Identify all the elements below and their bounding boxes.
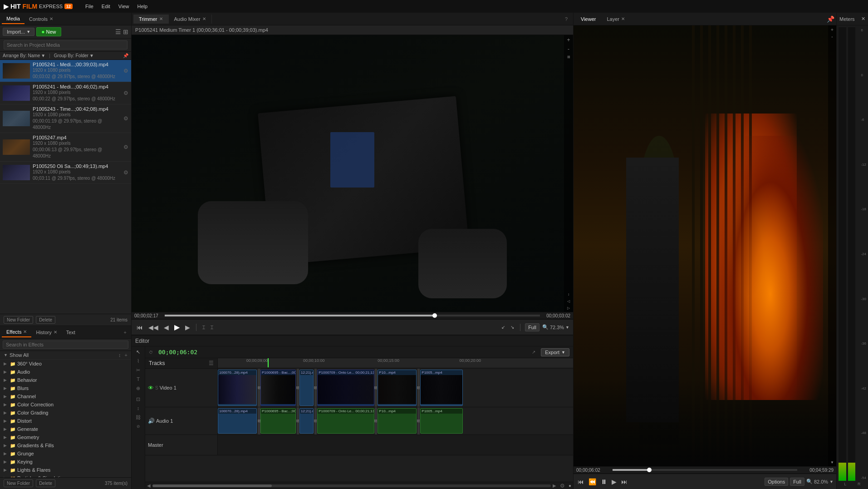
video-clip-2[interactable]: P1000695 - Bac...;00 (260, 370, 296, 406)
tab-layer-close[interactable]: ✕ (621, 16, 625, 21)
tab-effects-close[interactable]: ✕ (23, 329, 27, 334)
group-by-button[interactable]: Group By: Folder ▼ (54, 53, 94, 58)
video-clip-4[interactable]: P1000709 - Onto Le... 00;00;21;13).mp4 (317, 370, 374, 406)
audio-clip-6[interactable]: P1005...mp4 (420, 408, 463, 434)
timeline-scrollbar[interactable]: ◀ ▶ ⚙ ● (145, 482, 573, 489)
add-track-icon[interactable]: ↕ (134, 405, 143, 412)
snap-icon[interactable]: ⊡ (134, 395, 143, 403)
viewer-go-start-button[interactable]: ⏮ (576, 478, 585, 485)
trim-out-icon[interactable]: ▷ (567, 306, 570, 310)
new-button[interactable]: ● New (36, 27, 61, 36)
audio-clip-5[interactable]: P10...mp4 (378, 408, 417, 434)
delete-button[interactable]: Delete (36, 316, 55, 324)
effect-category-color-correction[interactable]: ▶ 📁 Color Correction (0, 400, 131, 409)
audio-clip-4[interactable]: P1000709 - Onto Le... 00;00;21;13).mp4 (317, 408, 374, 434)
import-button[interactable]: Import... ▼ (3, 28, 34, 36)
tracks-menu-icon[interactable]: ☰ (209, 360, 214, 366)
viewer-go-end-button[interactable]: ⏭ (620, 478, 629, 485)
tab-history-close[interactable]: ✕ (54, 330, 57, 335)
effect-category-behavior[interactable]: ▶ 📁 Behavior (0, 376, 131, 384)
timeline-scroll-bar[interactable] (152, 484, 551, 487)
media-item-settings-icon[interactable]: ⚙ (123, 90, 128, 96)
menu-edit[interactable]: Edit (98, 3, 114, 10)
video-clip-5[interactable]: P10...mp4 (378, 370, 417, 406)
media-item-settings-icon[interactable]: ⚙ (123, 115, 128, 122)
zoom-display[interactable]: 🔍 72.3% ▼ (542, 324, 569, 330)
step-forward-button[interactable]: ▶ (184, 324, 191, 331)
viewer-timeline-bar[interactable] (613, 469, 797, 471)
select-tool-icon[interactable]: ↖ (134, 348, 143, 356)
insert-button[interactable]: ↙ (500, 325, 506, 330)
effect-category-360video[interactable]: ▶ 📁 360° Video (0, 360, 131, 368)
arrange-by-button[interactable]: Arrange By: Name ▼ (3, 53, 45, 58)
tab-audio-mixer[interactable]: Audio Mixer ✕ (169, 15, 212, 24)
timeline-bar[interactable] (165, 315, 540, 316)
trim-in-icon[interactable]: ◁ (567, 299, 570, 303)
list-view-icon[interactable]: ☰ (115, 28, 121, 35)
video-clip-1[interactable]: 100070...28).mp4 (218, 370, 257, 406)
media-pin-icon[interactable]: 📌 (123, 53, 128, 58)
viewer-settings-icon[interactable]: ▼ (830, 460, 834, 464)
effects-new-folder-button[interactable]: New Folder (4, 479, 33, 487)
audio-track-content[interactable]: 100070...28).mp4 ⛓ P1000695 - Bac...;00 … (218, 407, 573, 435)
viewer-zoom-out-icon[interactable]: - (831, 34, 833, 39)
go-back-button[interactable]: ◀◀ (147, 324, 160, 331)
effect-category-particles[interactable]: ▶ 📁 Particles & Simulation (0, 474, 131, 477)
effect-category-keying[interactable]: ▶ 📁 Keying (0, 458, 131, 466)
effect-category-blurs[interactable]: ▶ 📁 Blurs (0, 384, 131, 392)
effect-category-color-grading[interactable]: ▶ 📁 Color Grading (0, 409, 131, 417)
time-icon[interactable]: ⏱ (149, 350, 153, 355)
viewer-step-back-button[interactable]: ⏪ (587, 478, 598, 485)
track-eye-icon[interactable]: 👁 (148, 385, 154, 391)
tab-history[interactable]: History ✕ (31, 328, 61, 337)
media-item-settings-icon[interactable]: ⚙ (123, 68, 128, 74)
quality-selector[interactable]: Full (525, 323, 539, 331)
export-button[interactable]: Export ▼ (541, 348, 569, 356)
effects-delete-button[interactable]: Delete (36, 479, 55, 487)
viewer-zoom-display[interactable]: 🔍 82.0% ▼ (806, 479, 834, 484)
viewer-timeline-marker[interactable] (647, 468, 652, 472)
viewer-zoom-in-icon[interactable]: + (831, 27, 834, 32)
trimmer-help-button[interactable]: ? (561, 16, 571, 22)
effect-category-channel[interactable]: ▶ 📁 Channel (0, 392, 131, 400)
ripple-tool-icon[interactable]: ⌇ (134, 357, 143, 365)
timeline-scroll-right[interactable]: ▶ (553, 483, 556, 488)
video-track-content[interactable]: 100070...28).mp4 ⛓ P1000695 - Bac...;00 … (218, 369, 573, 407)
trimmer-video[interactable]: + - ⊞ ↕ ◁ ▷ (132, 35, 573, 312)
media-item-settings-icon[interactable]: ⚙ (123, 169, 128, 176)
tab-media[interactable]: Media (2, 14, 25, 24)
effect-category-gradients[interactable]: ▶ 📁 Gradients & Fills (0, 441, 131, 449)
unlink-icon[interactable]: ⊘ (134, 423, 143, 430)
viewer-pin-icon[interactable]: 📌 (827, 15, 834, 23)
effects-add-icon[interactable]: + (125, 352, 128, 358)
new-folder-button[interactable]: New Folder (4, 316, 33, 324)
audio-clip-2[interactable]: P1000695 - Bac...;00 (260, 408, 296, 434)
tab-viewer[interactable]: Viewer (575, 15, 601, 24)
timeline-scroll-thumb[interactable] (152, 484, 272, 487)
viewer-options-button[interactable]: Options (765, 478, 788, 486)
mark-out-button[interactable]: ⌶ (209, 325, 215, 330)
menu-view[interactable]: View (115, 3, 133, 10)
audio-clip-3[interactable]: 12;21).mp4 (299, 408, 314, 434)
trimmer-timeline[interactable]: 00;00;02:17 00;00;03:02 (132, 312, 573, 319)
viewer-timeline[interactable]: 00;00;06:02 00;04;59:29 (574, 466, 836, 474)
media-item[interactable]: P1005241 - Medi...;00:46;02).mp4 1920 x … (0, 82, 131, 104)
effects-panel-pin[interactable]: + (121, 330, 129, 335)
media-item[interactable]: P1005241 - Medi...;00:39;03).mp4 1920 x … (0, 60, 131, 82)
video-clip-6[interactable]: P1005...mp4 (420, 370, 463, 406)
tab-trimmer-close[interactable]: ✕ (159, 16, 163, 21)
media-item[interactable]: P1005243 - Time...;00:42;08).mp4 1920 x … (0, 104, 131, 133)
menu-help[interactable]: Help (133, 3, 151, 10)
effect-category-audio[interactable]: ▶ 📁 Audio (0, 368, 131, 376)
zoom-in-icon[interactable]: + (567, 37, 570, 43)
step-back-button[interactable]: ◀ (162, 324, 170, 331)
zoom-out-icon[interactable]: - (568, 46, 569, 52)
effect-category-lights[interactable]: ▶ 📁 Lights & Flares (0, 466, 131, 474)
text-tool-icon[interactable]: T (134, 375, 143, 383)
zoom-tool-icon[interactable]: ⊕ (134, 385, 143, 392)
timeline-marker[interactable] (432, 313, 437, 318)
effect-category-grunge[interactable]: ▶ 📁 Grunge (0, 449, 131, 458)
menu-file[interactable]: File (82, 3, 97, 10)
timeline-settings-icon[interactable]: ⚙ (560, 483, 565, 489)
meters-close-icon[interactable]: ✕ (861, 16, 865, 22)
